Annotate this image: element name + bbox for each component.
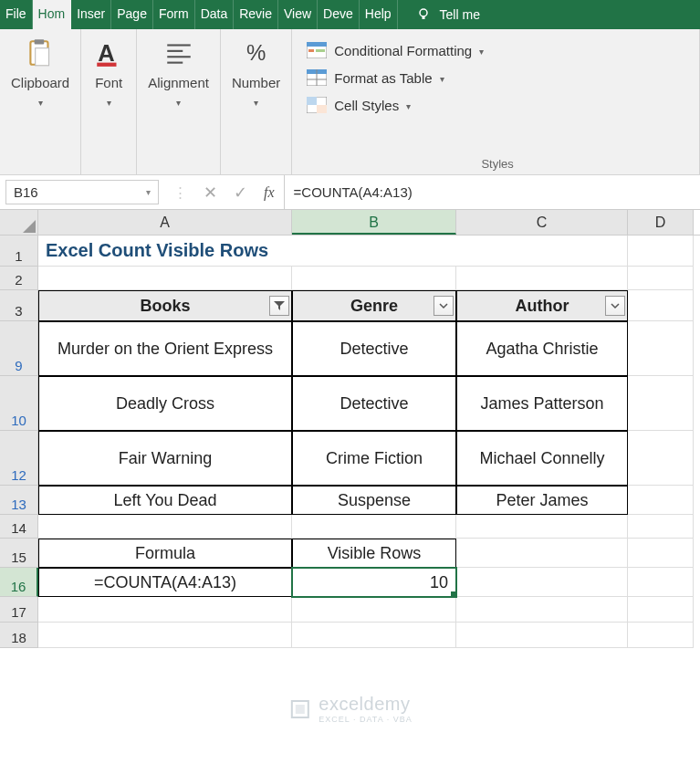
selected-cell-b16[interactable]: 10 — [292, 568, 456, 597]
cell[interactable] — [38, 267, 292, 290]
table-header-genre[interactable]: Genre — [292, 290, 456, 321]
cell[interactable] — [456, 515, 628, 539]
table-cell-book[interactable]: Fair Warning — [38, 431, 292, 486]
cell[interactable] — [38, 515, 292, 539]
cell[interactable] — [628, 597, 694, 623]
cell[interactable] — [628, 515, 694, 539]
tab-formulas[interactable]: Form — [153, 0, 195, 29]
row-header-12[interactable]: 12 — [0, 431, 38, 486]
svg-rect-21 — [317, 105, 327, 113]
tab-review[interactable]: Revie — [234, 0, 278, 29]
cell[interactable] — [38, 623, 292, 648]
title-cell[interactable]: Excel Count Visible Rows — [38, 235, 628, 267]
cell[interactable] — [628, 486, 694, 515]
row-header-1[interactable]: 1 — [0, 235, 38, 267]
row-header-16[interactable]: 16 — [0, 568, 38, 597]
row-header-17[interactable]: 17 — [0, 597, 38, 623]
table-cell-genre[interactable]: Crime Fiction — [292, 431, 456, 486]
lightbulb-icon — [416, 7, 431, 22]
table-cell-author[interactable]: Agatha Christie — [456, 321, 628, 376]
tell-me-search[interactable]: Tell me — [409, 0, 487, 29]
tab-file[interactable]: File — [0, 0, 33, 29]
cell[interactable] — [292, 267, 456, 290]
cell[interactable] — [628, 321, 694, 376]
spreadsheet-grid: A B C D 1 Excel Count Visible Rows 2 3 B… — [0, 210, 700, 648]
table-cell-genre[interactable]: Detective — [292, 376, 456, 431]
table-header-books[interactable]: Books — [38, 290, 292, 321]
table-cell-author[interactable]: Peter James — [456, 486, 628, 515]
table-cell-genre[interactable]: Suspense — [292, 486, 456, 515]
table-cell-genre[interactable]: Detective — [292, 321, 456, 376]
cell[interactable] — [292, 515, 456, 539]
cell[interactable] — [628, 235, 694, 267]
svg-point-0 — [420, 9, 427, 16]
row-header-14[interactable]: 14 — [0, 515, 38, 539]
table-cell-book[interactable]: Deadly Cross — [38, 376, 292, 431]
table-cell-author[interactable]: James Patterson — [456, 376, 628, 431]
cell[interactable] — [628, 539, 694, 568]
formula-input[interactable]: =COUNTA(A4:A13) — [284, 175, 700, 209]
number-button[interactable]: % Number ▾ — [232, 37, 280, 108]
group-alignment: Alignment ▾ — [137, 29, 221, 174]
table-header-author[interactable]: Author — [456, 290, 628, 321]
cell[interactable] — [628, 623, 694, 648]
tab-data[interactable]: Data — [195, 0, 235, 29]
filter-button-books[interactable] — [269, 296, 289, 316]
chevron-down-icon: ▾ — [146, 187, 151, 197]
column-header-d[interactable]: D — [628, 210, 694, 235]
paste-button[interactable]: Clipboard ▾ — [11, 37, 69, 108]
table-cell-book[interactable]: Left You Dead — [38, 486, 292, 515]
cell[interactable] — [456, 539, 628, 568]
cell[interactable] — [628, 376, 694, 431]
filter-button-author[interactable] — [605, 296, 625, 316]
clipboard-icon — [24, 37, 57, 69]
chevron-down-icon — [611, 301, 620, 310]
column-header-c[interactable]: C — [456, 210, 628, 235]
tab-developer[interactable]: Deve — [318, 0, 360, 29]
tab-home[interactable]: Hom — [33, 0, 72, 29]
row-header-13[interactable]: 13 — [0, 486, 38, 515]
format-as-table-button[interactable]: Format as Table▾ — [307, 69, 444, 86]
svg-rect-13 — [308, 49, 314, 52]
alignment-button[interactable]: Alignment ▾ — [148, 37, 209, 108]
select-all-corner[interactable] — [0, 210, 38, 235]
table-cell-author[interactable]: Michael Connelly — [456, 431, 628, 486]
tab-view[interactable]: View — [278, 0, 318, 29]
cell[interactable] — [456, 267, 628, 290]
accept-formula-button[interactable]: ✓ — [234, 183, 247, 203]
cell[interactable] — [456, 623, 628, 648]
cell[interactable] — [456, 597, 628, 623]
cell[interactable] — [292, 597, 456, 623]
cell[interactable] — [628, 290, 694, 321]
row-header-15[interactable]: 15 — [0, 539, 38, 568]
cell-styles-button[interactable]: Cell Styles▾ — [307, 97, 411, 113]
column-header-b[interactable]: B — [292, 210, 456, 235]
formula-header-cell[interactable]: Formula — [38, 539, 292, 568]
table-cell-book[interactable]: Murder on the Orient Express — [38, 321, 292, 376]
tab-insert[interactable]: Inser — [71, 0, 111, 29]
cell[interactable] — [628, 431, 694, 486]
cancel-formula-button[interactable]: ✕ — [204, 183, 217, 203]
conditional-formatting-button[interactable]: Conditional Formatting▾ — [307, 42, 484, 58]
column-header-a[interactable]: A — [38, 210, 292, 235]
cell[interactable] — [38, 597, 292, 623]
chevron-down-icon — [439, 301, 448, 310]
font-icon: A — [92, 37, 125, 69]
font-button[interactable]: A Font ▾ — [92, 37, 125, 108]
filter-button-genre[interactable] — [434, 296, 454, 316]
row-header-10[interactable]: 10 — [0, 376, 38, 431]
cell[interactable] — [628, 568, 694, 597]
name-box[interactable]: B16 ▾ — [5, 180, 159, 204]
row-header-9[interactable]: 9 — [0, 321, 38, 376]
fx-icon[interactable]: fx — [264, 184, 275, 201]
cell[interactable] — [456, 568, 628, 597]
row-header-2[interactable]: 2 — [0, 267, 38, 290]
row-header-3[interactable]: 3 — [0, 290, 38, 321]
formula-text-cell[interactable]: =COUNTA(A4:A13) — [38, 568, 292, 597]
cell[interactable] — [292, 623, 456, 648]
visible-rows-header-cell[interactable]: Visible Rows — [292, 539, 456, 568]
tab-help[interactable]: Help — [360, 0, 398, 29]
cell[interactable] — [628, 267, 694, 290]
tab-page-layout[interactable]: Page — [111, 0, 153, 29]
row-header-18[interactable]: 18 — [0, 623, 38, 648]
